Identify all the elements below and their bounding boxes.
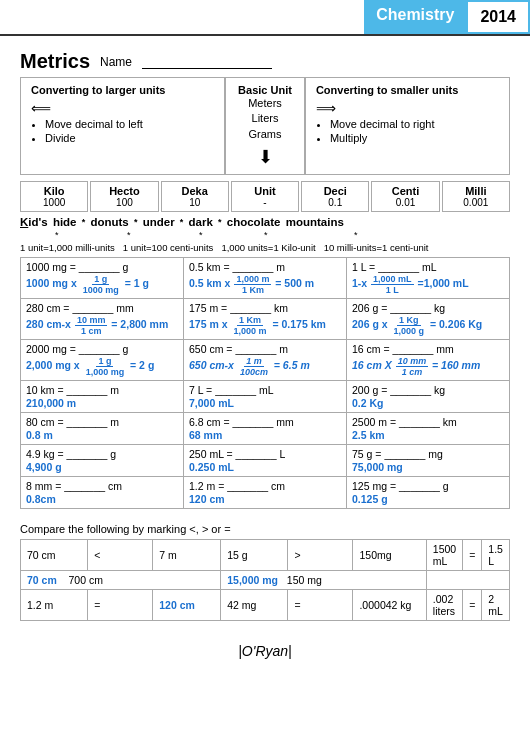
answer-r5c1: 0.250 mL <box>189 461 341 473</box>
answer-r3c0: 210,000 m <box>26 397 178 409</box>
bold-u: under <box>143 216 175 228</box>
cell-r3c1: 7 L = _______ mL 7,000 mL <box>184 381 347 413</box>
cell-r4c2: 2500 m = _______ km 2.5 km <box>347 413 510 445</box>
compare-ans-static-2: 150 mg <box>287 574 322 586</box>
arrow-down-icon: ⬇ <box>258 146 273 168</box>
compare-c1r3-v2: 120 cm <box>153 590 221 621</box>
compare-c2r3-op: = <box>288 590 353 621</box>
answer-r6c1: 120 cm <box>189 493 341 505</box>
cell-r5c2: 75 g = _______ mg 75,000 mg <box>347 445 510 477</box>
answer-r2c1: 650 cm-x 1 m 100cm = 6.5 m <box>189 356 341 377</box>
cell-r4c1: 6.8 cm = _______ mm 68 mm <box>184 413 347 445</box>
milli-row: 1 unit=1,000 milli-units 1 unit=100 cent… <box>0 242 530 253</box>
cell-r0c2: 1 L = _______ mL 1-x 1,000 mL 1 L =1,000… <box>347 258 510 299</box>
milli-fact-2: 1 unit=100 centi-units <box>123 242 214 253</box>
answer-r3c2: 0.2 Kg <box>352 397 504 409</box>
bold-k: Kid's <box>20 216 48 228</box>
basic-unit-title: Basic Unit <box>238 84 292 96</box>
s8: * <box>264 230 294 240</box>
answer-r0c1: 0.5 km x 1,000 m 1 Km = 500 m <box>189 274 341 295</box>
convert-smaller-box: Converting to smaller units ⟹ Move decim… <box>305 77 510 175</box>
cell-r1c0: 280 cm = _______ mm 280 cm-x 10 mm 1 cm … <box>21 299 184 340</box>
frac-r1c0: 10 mm 1 cm <box>75 315 108 336</box>
answer-r0c2: 1-x 1,000 mL 1 L =1,000 mL <box>352 274 504 295</box>
compare-c1r3-op: = <box>88 590 153 621</box>
compare-c2r1-v2: 150mg <box>353 540 426 571</box>
signature: |O'Ryan| <box>0 633 530 669</box>
table-row: 8 mm = _______ cm 0.8cm 1.2 m = _______ … <box>21 477 510 509</box>
convert-larger-item-1: Move decimal to left <box>45 118 214 130</box>
answer-r1c0: 280 cm-x 10 mm 1 cm = 2,800 mm <box>26 315 178 336</box>
table-row: 2000 mg = _______ g 2,000 mg x 1 g 1,000… <box>21 340 510 381</box>
scale-centi: Centi 0.01 <box>371 181 439 212</box>
s5 <box>157 230 199 240</box>
s10: * <box>354 230 358 240</box>
scale-deci: Deci 0.1 <box>301 181 369 212</box>
compare-c3r1-op: = <box>463 540 482 571</box>
answer-r1c2: 206 g x 1 Kg 1,000 g = 0.206 Kg <box>352 315 504 336</box>
frac-r2c0: 1 g 1,000 mg <box>84 356 127 377</box>
frac-r2c2: 10 mm 1 cm <box>396 356 429 377</box>
cell-r0c0: 1000 mg = _______ g 1000 mg x 1 g 1000 m… <box>21 258 184 299</box>
compare-c2r3-v2: .000042 kg <box>353 590 426 621</box>
cell-r3c2: 200 g = _______ kg 0.2 Kg <box>347 381 510 413</box>
compare-c2r1-op: > <box>288 540 353 571</box>
compare-row-3: 1.2 m = 120 cm 42 mg = .000042 kg .002 l… <box>21 590 510 621</box>
answer-r2c2: 16 cm X 10 mm 1 cm = 160 mm <box>352 356 504 377</box>
table-row: 10 km = _______ m 210,000 m 7 L = ______… <box>21 381 510 413</box>
milli-fact-4: 10 milli-units=1 centi-unit <box>324 242 429 253</box>
compare-c3r3-v1: .002 liters <box>426 590 462 621</box>
compare-c1r1-op: < <box>88 540 153 571</box>
star-2: * <box>134 217 138 227</box>
basic-unit-liters: Liters <box>248 111 282 126</box>
table-row: 280 cm = _______ mm 280 cm-x 10 mm 1 cm … <box>21 299 510 340</box>
basic-unit-meters: Meters <box>248 96 282 111</box>
cell-r6c0: 8 mm = _______ cm 0.8cm <box>21 477 184 509</box>
compare-c1r1-v2: 7 m <box>153 540 221 571</box>
compare-row-1: 70 cm < 7 m 15 g > 150mg 1500 mL = 1.5 L <box>21 540 510 571</box>
bold-h: hide <box>53 216 77 228</box>
cell-r4c0: 80 cm = _______ m 0.8 m <box>21 413 184 445</box>
year-label: 2014 <box>466 0 530 34</box>
compare-c2r1-v1: 15 g <box>221 540 288 571</box>
answer-r5c2: 75,000 mg <box>352 461 504 473</box>
answer-r2c0: 2,000 mg x 1 g 1,000 mg = 2 g <box>26 356 178 377</box>
frac-r2c1: 1 m 100cm <box>238 356 270 377</box>
compare-answer-3 <box>426 571 509 590</box>
convert-larger-item-2: Divide <box>45 132 214 144</box>
convert-smaller-title: Converting to smaller units <box>316 84 499 96</box>
arrow-left-icon: ⟸ <box>31 100 214 116</box>
cell-r1c2: 206 g = _______ kg 206 g x 1 Kg 1,000 g … <box>347 299 510 340</box>
frac-r0c0: 1 g 1000 mg <box>81 274 121 295</box>
compare-ans-blue-1: 70 cm <box>27 574 57 586</box>
basic-unit-items: Meters Liters Grams <box>248 96 282 142</box>
scale-row: Kilo 1000 Hecto 100 Deka 10 Unit - Deci … <box>0 181 530 212</box>
stars-row: * * * * * <box>0 230 530 240</box>
compare-title: Compare the following by marking <, > or… <box>0 517 530 539</box>
arrow-right-icon: ⟹ <box>316 100 499 116</box>
table-row: 1000 mg = _______ g 1000 mg x 1 g 1000 m… <box>21 258 510 299</box>
frac-r0c1: 1,000 m 1 Km <box>234 274 271 295</box>
name-label: Name <box>100 55 132 69</box>
cell-r2c1: 650 cm = _______ m 650 cm-x 1 m 100cm = … <box>184 340 347 381</box>
answer-r4c1: 68 mm <box>189 429 341 441</box>
star-3: * <box>180 217 184 227</box>
bold-m: mountains <box>286 216 344 228</box>
compare-ans-blue-2: 15,000 mg <box>227 574 278 586</box>
compare-ans-2: 700 cm <box>68 574 102 586</box>
table-row: 80 cm = _______ m 0.8 m 6.8 cm = _______… <box>21 413 510 445</box>
name-input-line[interactable] <box>142 54 272 69</box>
page-title: Metrics <box>20 50 90 73</box>
convert-larger-title: Converting to larger units <box>31 84 214 96</box>
answer-r4c2: 2.5 km <box>352 429 504 441</box>
cell-r2c2: 16 cm = _______ mm 16 cm X 10 mm 1 cm = … <box>347 340 510 381</box>
scale-milli: Milli 0.001 <box>442 181 510 212</box>
milli-fact-3: 1,000 units=1 Kilo-unit <box>221 242 315 253</box>
compare-c3r3-op: = <box>463 590 482 621</box>
compare-c1r1-v1: 70 cm <box>21 540 88 571</box>
compare-c3r1-v2: 1.5 L <box>482 540 510 571</box>
bold-d: donuts <box>90 216 128 228</box>
convert-smaller-list: Move decimal to right Multiply <box>330 118 499 144</box>
milli-fact-1: 1 unit=1,000 milli-units <box>20 242 115 253</box>
s1 <box>20 230 55 240</box>
